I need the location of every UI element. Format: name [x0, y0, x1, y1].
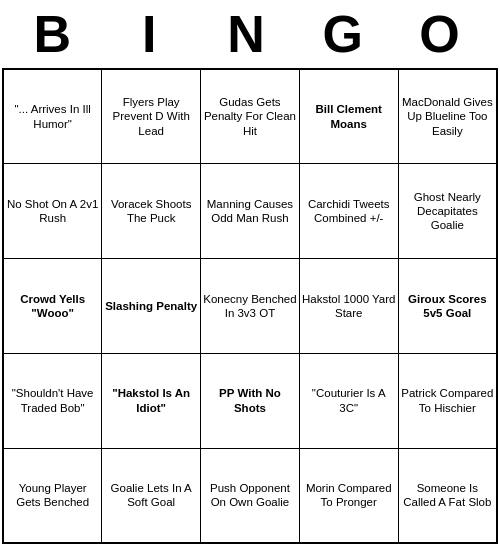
cell-r3-c1: "Hakstol Is An Idiot" [102, 353, 201, 448]
bingo-grid: "... Arrives In Ill Humor"Flyers Play Pr… [2, 68, 498, 544]
cell-r4-c0: Young Player Gets Benched [3, 448, 102, 543]
cell-r3-c2: PP With No Shots [201, 353, 300, 448]
cell-r4-c1: Goalie Lets In A Soft Goal [102, 448, 201, 543]
cell-r1-c3: Carchidi Tweets Combined +/- [299, 164, 398, 259]
cell-r2-c2: Konecny Benched In 3v3 OT [201, 259, 300, 354]
cell-r1-c1: Voracek Shoots The Puck [102, 164, 201, 259]
cell-r4-c2: Push Opponent On Own Goalie [201, 448, 300, 543]
cell-r2-c4: Giroux Scores 5v5 Goal [398, 259, 497, 354]
title-o: O [395, 4, 492, 64]
cell-r3-c4: Patrick Compared To Hischier [398, 353, 497, 448]
cell-r2-c3: Hakstol 1000 Yard Stare [299, 259, 398, 354]
cell-r4-c4: Someone Is Called A Fat Slob [398, 448, 497, 543]
cell-r1-c4: Ghost Nearly Decapitates Goalie [398, 164, 497, 259]
cell-r0-c0: "... Arrives In Ill Humor" [3, 69, 102, 164]
bingo-title: B I N G O [0, 0, 500, 68]
cell-r2-c0: Crowd Yells "Wooo" [3, 259, 102, 354]
cell-r0-c2: Gudas Gets Penalty For Clean Hit [201, 69, 300, 164]
title-g: G [298, 4, 395, 64]
cell-r3-c3: "Couturier Is A 3C" [299, 353, 398, 448]
cell-r0-c3: Bill Clement Moans [299, 69, 398, 164]
cell-r4-c3: Morin Compared To Pronger [299, 448, 398, 543]
cell-r1-c2: Manning Causes Odd Man Rush [201, 164, 300, 259]
title-n: N [202, 4, 299, 64]
title-i: I [105, 4, 202, 64]
title-b: B [8, 4, 105, 64]
cell-r1-c0: No Shot On A 2v1 Rush [3, 164, 102, 259]
cell-r0-c1: Flyers Play Prevent D With Lead [102, 69, 201, 164]
cell-r2-c1: Slashing Penalty [102, 259, 201, 354]
cell-r3-c0: "Shouldn't Have Traded Bob" [3, 353, 102, 448]
cell-r0-c4: MacDonald Gives Up Blueline Too Easily [398, 69, 497, 164]
